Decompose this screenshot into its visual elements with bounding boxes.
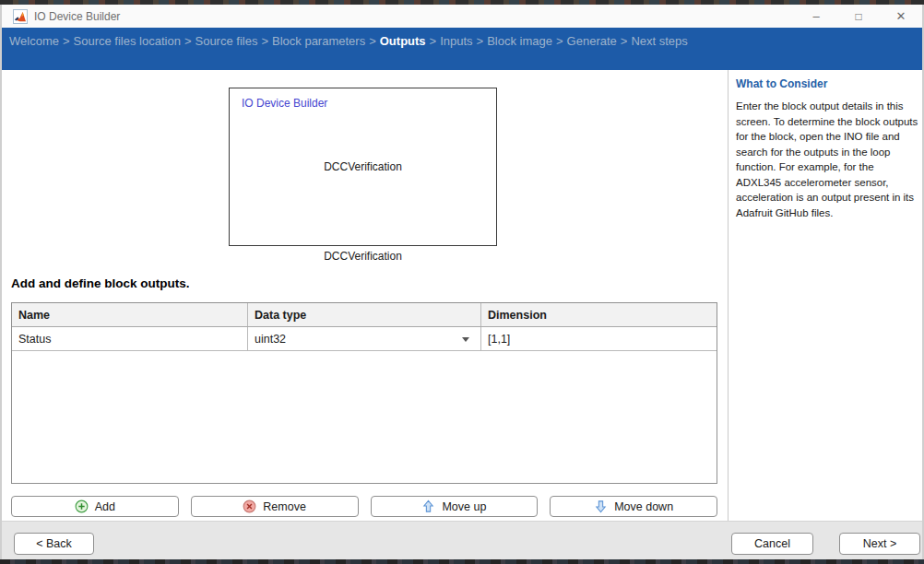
output-data-type-value: uint32 <box>255 333 286 346</box>
step-outputs-current: Outputs <box>380 34 426 48</box>
what-to-consider-panel: What to Consider Enter the block output … <box>736 77 918 220</box>
matlab-icon <box>13 9 28 24</box>
step-generate: Generate <box>567 34 617 48</box>
instruction-text: Add and define block outputs. <box>11 276 190 290</box>
remove-button[interactable]: Remove <box>191 496 359 517</box>
next-button[interactable]: Next > <box>839 533 920 555</box>
table-header-row: Name Data type Dimension <box>12 303 717 327</box>
wizard-step-bar: Welcome>Source files location>Source fil… <box>2 28 922 70</box>
breadcrumb-separator: > <box>473 34 488 48</box>
io-device-builder-window: IO Device Builder – □ ✕ Welcome>Source f… <box>0 5 924 559</box>
remove-icon <box>243 499 256 513</box>
move-down-icon <box>594 499 608 513</box>
add-button-label: Add <box>95 500 115 513</box>
minimize-button[interactable]: – <box>795 5 837 28</box>
window-controls: – □ ✕ <box>795 5 922 28</box>
main-content: IO Device Builder DCCVerification DCCVer… <box>2 70 922 521</box>
background-window-sliver-bottom <box>0 559 924 564</box>
side-panel-body: Enter the block output details in this s… <box>736 99 918 220</box>
breadcrumb-separator: > <box>257 34 272 48</box>
move-up-icon <box>421 499 435 513</box>
add-button[interactable]: Add <box>11 496 179 517</box>
breadcrumb-separator: > <box>181 34 195 48</box>
remove-button-label: Remove <box>263 500 306 513</box>
block-preview-name: DCCVerification <box>230 88 496 245</box>
block-preview: IO Device Builder DCCVerification <box>229 88 497 246</box>
panel-divider <box>728 70 729 521</box>
cancel-button[interactable]: Cancel <box>731 533 813 555</box>
column-header-name: Name <box>12 303 248 326</box>
table-toolbar: Add Remove Move up <box>11 496 717 517</box>
step-source-files: Source files <box>195 34 257 48</box>
step-source-files-location: Source files location <box>74 34 181 48</box>
move-up-button-label: Move up <box>442 500 486 513</box>
breadcrumb-separator: > <box>552 34 567 48</box>
block-preview-caption: DCCVerification <box>229 250 497 263</box>
window-title: IO Device Builder <box>34 10 120 23</box>
column-header-data-type: Data type <box>248 303 481 326</box>
move-down-button[interactable]: Move down <box>550 496 717 517</box>
step-welcome: Welcome <box>9 34 59 48</box>
close-button[interactable]: ✕ <box>880 5 922 28</box>
footer-bar: < Back Cancel Next > <box>2 521 922 559</box>
breadcrumb-separator: > <box>365 34 380 48</box>
table-empty-area <box>12 351 717 483</box>
breadcrumb-separator: > <box>426 34 441 48</box>
side-panel-heading: What to Consider <box>736 77 918 90</box>
move-down-button-label: Move down <box>614 500 673 513</box>
breadcrumb-separator: > <box>617 34 632 48</box>
title-bar: IO Device Builder – □ ✕ <box>2 5 922 28</box>
step-next-steps: Next steps <box>631 34 687 48</box>
output-dimension-cell[interactable]: [1,1] <box>481 327 717 350</box>
back-button[interactable]: < Back <box>14 533 94 555</box>
output-data-type-dropdown[interactable]: uint32 <box>248 327 481 350</box>
move-up-button[interactable]: Move up <box>371 496 539 517</box>
dropdown-arrow-icon[interactable] <box>462 337 469 342</box>
add-icon <box>75 499 89 513</box>
step-inputs: Inputs <box>440 34 472 48</box>
maximize-button[interactable]: □ <box>837 5 880 28</box>
step-block-parameters: Block parameters <box>272 34 365 48</box>
breadcrumb-separator: > <box>59 34 74 48</box>
step-block-image: Block image <box>487 34 552 48</box>
column-header-dimension: Dimension <box>481 303 717 326</box>
outputs-table: Name Data type Dimension Status uint32 [… <box>11 302 717 484</box>
table-row: Status uint32 [1,1] <box>12 327 717 351</box>
output-name-cell[interactable]: Status <box>12 327 248 350</box>
